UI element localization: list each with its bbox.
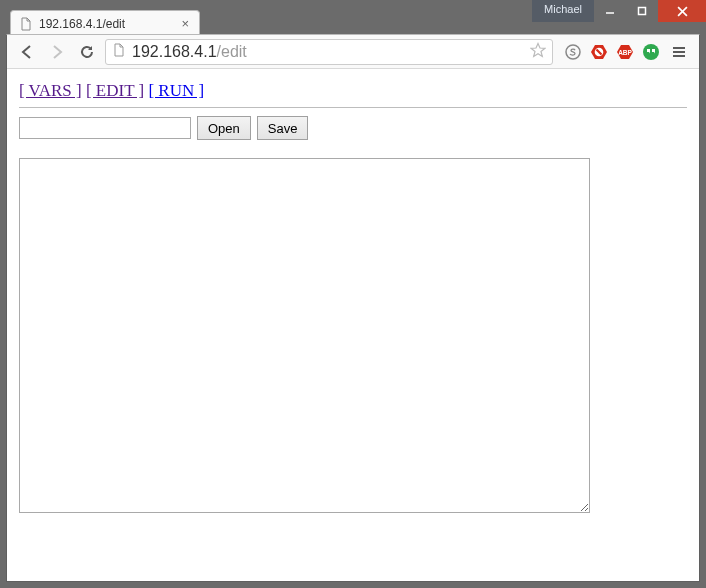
url-text: 192.168.4.1/edit bbox=[132, 43, 524, 61]
file-controls: Open Save bbox=[19, 116, 687, 140]
window-maximize-button[interactable] bbox=[626, 0, 658, 22]
reload-button[interactable] bbox=[75, 40, 99, 64]
page-icon bbox=[19, 17, 33, 31]
svg-point-9 bbox=[643, 44, 659, 60]
url-path: /edit bbox=[217, 43, 247, 60]
extension-skype-icon[interactable] bbox=[563, 42, 583, 62]
bookmark-star-icon[interactable] bbox=[530, 42, 546, 61]
open-button[interactable]: Open bbox=[197, 116, 251, 140]
svg-text:ABP: ABP bbox=[618, 49, 632, 56]
page-content: [ VARS ] [ EDIT ] [ RUN ] Open Save bbox=[7, 69, 699, 581]
divider bbox=[19, 107, 687, 108]
tab-close-button[interactable]: × bbox=[179, 17, 191, 30]
extension-adblockplus-icon[interactable]: ABP bbox=[615, 42, 635, 62]
edit-link[interactable]: [ EDIT ] bbox=[86, 81, 144, 100]
window-minimize-button[interactable] bbox=[594, 0, 626, 22]
url-host: 192.168.4.1 bbox=[132, 43, 217, 60]
run-link[interactable]: [ RUN ] bbox=[148, 81, 204, 100]
user-badge[interactable]: Michael bbox=[532, 0, 594, 22]
svg-rect-1 bbox=[639, 8, 646, 15]
extension-ublock-icon[interactable] bbox=[589, 42, 609, 62]
tab-title: 192.168.4.1/edit bbox=[39, 17, 173, 31]
save-button[interactable]: Save bbox=[257, 116, 309, 140]
browser-tab[interactable]: 192.168.4.1/edit × bbox=[10, 10, 200, 36]
editor-textarea[interactable] bbox=[19, 158, 590, 513]
window-close-button[interactable] bbox=[658, 0, 706, 22]
back-button[interactable] bbox=[15, 40, 39, 64]
browser-toolbar: 192.168.4.1/edit ABP bbox=[7, 35, 699, 69]
user-badge-label: Michael bbox=[544, 3, 582, 15]
vars-link[interactable]: [ VARS ] bbox=[19, 81, 82, 100]
nav-links: [ VARS ] [ EDIT ] [ RUN ] bbox=[19, 81, 687, 101]
site-page-icon bbox=[112, 43, 126, 60]
chrome-menu-button[interactable] bbox=[667, 40, 691, 64]
forward-button[interactable] bbox=[45, 40, 69, 64]
filename-input[interactable] bbox=[19, 117, 191, 139]
address-bar[interactable]: 192.168.4.1/edit bbox=[105, 39, 553, 65]
extension-hangouts-icon[interactable] bbox=[641, 42, 661, 62]
